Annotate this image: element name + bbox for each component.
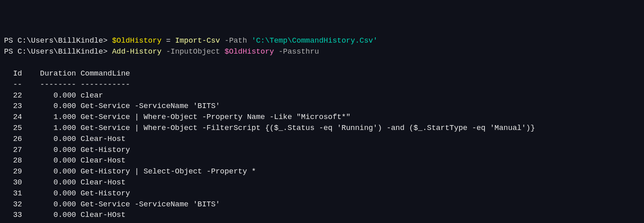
cell-duration: 0.000 <box>22 188 76 199</box>
cell-commandline: Clear-HOst <box>76 210 126 221</box>
table-row: 280.000Clear-Host <box>4 156 640 167</box>
cell-commandline: Get-History | Select-Object -Property * <box>76 167 256 178</box>
cell-duration: 1.000 <box>22 123 76 134</box>
rule-id: -- <box>4 80 22 91</box>
header-commandline: CommandLine <box>76 69 130 80</box>
table-row: 330.000Clear-HOst <box>4 210 640 221</box>
rule-duration: -------- <box>22 80 76 91</box>
table-rule-row: --------------------- <box>4 80 640 91</box>
header-id: Id <box>4 69 22 80</box>
cmdlet-import-csv: Import-Csv <box>175 37 220 45</box>
table-row: 310.000Get-History <box>4 188 640 199</box>
cell-id: 28 <box>4 156 22 167</box>
equals-operator: = <box>162 37 175 45</box>
cell-commandline: Clear-Host <box>76 134 126 145</box>
cell-id: 24 <box>4 112 22 123</box>
prompt: PS C:\Users\BillKindle> <box>4 48 107 56</box>
table-row: 300.000Clear-Host <box>4 178 640 188</box>
path-string: 'C:\Temp\CommandHistory.Csv' <box>252 37 378 45</box>
command-line-2[interactable]: PS C:\Users\BillKindle> Add-History -Inp… <box>4 47 640 58</box>
table-row: 251.000Get-Service | Where-Object -Filte… <box>4 123 640 134</box>
cell-duration: 0.000 <box>22 178 76 188</box>
table-row: 260.000Clear-Host <box>4 134 640 145</box>
cell-duration: 0.000 <box>22 199 76 210</box>
variable-use: $OldHistory <box>225 48 274 56</box>
cell-duration: 1.000 <box>22 112 76 123</box>
table-header-row: IdDurationCommandLine <box>4 69 640 80</box>
cell-commandline: Get-Service | Where-Object -FilterScript… <box>76 123 535 134</box>
cell-id: 25 <box>4 123 22 134</box>
cell-commandline: Clear-Host <box>76 156 126 167</box>
cell-id: 31 <box>4 188 22 199</box>
cell-duration: 0.000 <box>22 91 76 102</box>
cell-id: 33 <box>4 210 22 221</box>
param-inputobject: -InputObject <box>162 48 225 56</box>
param-path: -Path <box>220 37 252 45</box>
cell-commandline: Clear-Host <box>76 178 126 188</box>
cell-id: 27 <box>4 145 22 156</box>
cell-commandline: Get-Service -ServiceName 'BITS' <box>76 199 220 210</box>
table-row: 270.000Get-History <box>4 145 640 156</box>
cell-duration: 0.000 <box>22 101 76 112</box>
cell-id: 29 <box>4 167 22 178</box>
cell-commandline: Get-Service -ServiceName 'BITS' <box>76 101 220 112</box>
table-row: 230.000Get-Service -ServiceName 'BITS' <box>4 101 640 112</box>
cell-duration: 0.000 <box>22 167 76 178</box>
cell-id: 26 <box>4 134 22 145</box>
param-passthru: -Passthru <box>274 48 319 56</box>
cell-id: 22 <box>4 91 22 102</box>
rule-commandline: ----------- <box>76 80 130 91</box>
cell-id: 30 <box>4 178 22 188</box>
table-row: 320.000Get-Service -ServiceName 'BITS' <box>4 199 640 210</box>
cell-duration: 0.000 <box>22 156 76 167</box>
cell-duration: 0.000 <box>22 210 76 221</box>
cell-commandline: Get-Service | Where-Object -Property Nam… <box>76 112 351 123</box>
prompt: PS C:\Users\BillKindle> <box>4 37 107 45</box>
table-row: 290.000Get-History | Select-Object -Prop… <box>4 167 640 178</box>
header-duration: Duration <box>22 69 76 80</box>
cmdlet-add-history: Add-History <box>112 48 161 56</box>
cell-commandline: Get-History <box>76 145 130 156</box>
table-row: 241.000Get-Service | Where-Object -Prope… <box>4 112 640 123</box>
cell-duration: 0.000 <box>22 145 76 156</box>
terminal-output: PS C:\Users\BillKindle> $OldHistory = Im… <box>4 36 640 223</box>
cell-duration: 0.000 <box>22 134 76 145</box>
command-line-1[interactable]: PS C:\Users\BillKindle> $OldHistory = Im… <box>4 36 640 47</box>
cell-commandline: clear <box>76 91 103 102</box>
cell-id: 32 <box>4 199 22 210</box>
variable-assign: $OldHistory <box>112 37 161 45</box>
table-row: 220.000clear <box>4 91 640 102</box>
cell-id: 23 <box>4 101 22 112</box>
cell-commandline: Get-History <box>76 188 130 199</box>
